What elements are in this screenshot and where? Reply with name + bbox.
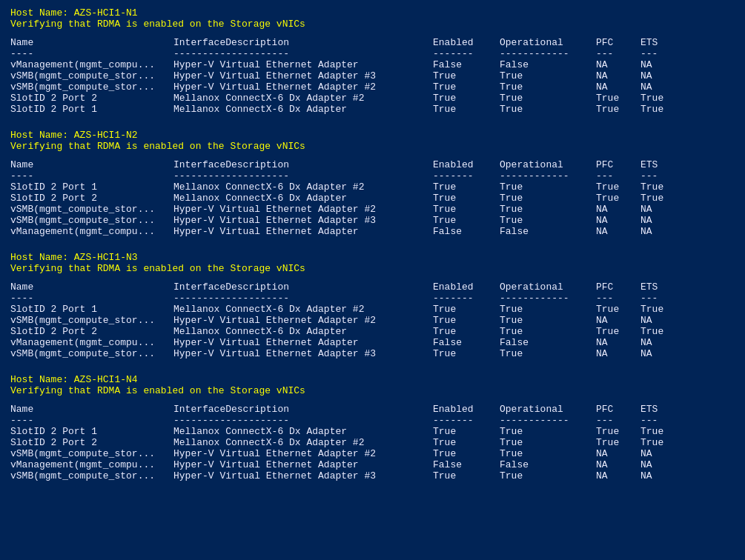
cell-1-4: Hyper-V Virtual Ethernet Adapter	[173, 226, 433, 237]
cell-5-4: NA	[640, 348, 685, 359]
table-row: SlotID 2 Port 2Mellanox ConnectX-6 Dx Ad…	[10, 93, 735, 104]
host-name-2: Host Name: AZS-HCI1-N2	[10, 130, 735, 141]
table-divider-row: ----------------------------------------…	[10, 415, 735, 426]
cell-5-0: True	[640, 181, 685, 193]
col-divider-2: -------	[433, 415, 500, 426]
col-header-pfc: PFC	[596, 159, 640, 170]
col-divider-3: ------------	[500, 293, 596, 304]
col-divider-4: ---	[596, 48, 640, 59]
col-header-name: Name	[10, 404, 173, 415]
col-header-interfacedescription: InterfaceDescription	[173, 159, 433, 170]
cell-0-3: vManagement(mgmt_compu...	[10, 337, 173, 348]
col-divider-4: ---	[596, 170, 640, 181]
cell-2-1: True	[433, 70, 500, 81]
cell-5-0: NA	[640, 59, 685, 70]
cell-1-0: Mellanox ConnectX-6 Dx Adapter #2	[173, 304, 433, 315]
cell-5-3: True	[640, 93, 685, 104]
cell-3-4: True	[500, 470, 596, 481]
col-divider-4: ---	[596, 293, 640, 304]
cell-3-0: True	[500, 304, 596, 315]
cell-2-2: True	[433, 448, 500, 459]
cell-4-3: NA	[596, 215, 640, 226]
cell-3-4: False	[500, 226, 596, 237]
cell-3-3: False	[500, 337, 596, 348]
col-header-ets: ETS	[640, 281, 685, 293]
cell-1-0: Mellanox ConnectX-6 Dx Adapter	[173, 426, 433, 437]
col-divider-2: -------	[433, 170, 500, 181]
col-header-enabled: Enabled	[433, 37, 500, 48]
cell-3-0: True	[500, 426, 596, 437]
col-divider-2: -------	[433, 48, 500, 59]
host-name-1: Host Name: AZS-HCI1-N1	[10, 7, 735, 19]
cell-3-2: True	[500, 326, 596, 337]
cell-5-4: NA	[640, 470, 685, 481]
table-divider-row: ----------------------------------------…	[10, 48, 735, 59]
table-row: vSMB(mgmt_compute_stor...Hyper-V Virtual…	[10, 81, 735, 93]
table-row: vSMB(mgmt_compute_stor...Hyper-V Virtual…	[10, 215, 735, 226]
cell-4-4: NA	[596, 348, 640, 359]
cell-5-2: True	[640, 326, 685, 337]
cell-0-2: vSMB(mgmt_compute_stor...	[10, 81, 173, 93]
cell-4-2: NA	[596, 81, 640, 93]
cell-3-3: True	[500, 93, 596, 104]
cell-4-4: NA	[596, 226, 640, 237]
col-header-name: Name	[10, 281, 173, 293]
cell-0-1: SlotID 2 Port 2	[10, 437, 173, 448]
cell-1-1: Hyper-V Virtual Ethernet Adapter #3	[173, 70, 433, 81]
cell-0-4: SlotID 2 Port 1	[10, 104, 173, 115]
cell-0-1: vSMB(mgmt_compute_stor...	[10, 315, 173, 326]
col-header-operational: Operational	[500, 37, 596, 48]
cell-3-2: True	[500, 204, 596, 215]
cell-0-0: SlotID 2 Port 1	[10, 304, 173, 315]
cell-4-4: True	[596, 104, 640, 115]
cell-4-0: True	[596, 426, 640, 437]
table-section-2: NameInterfaceDescriptionEnabledOperation…	[10, 159, 735, 237]
col-divider-0: ----	[10, 48, 173, 59]
cell-0-4: vSMB(mgmt_compute_stor...	[10, 470, 173, 481]
col-divider-1: --------------------	[173, 293, 433, 304]
cell-1-1: Mellanox ConnectX-6 Dx Adapter #2	[173, 437, 433, 448]
cell-4-3: True	[596, 93, 640, 104]
col-divider-1: --------------------	[173, 48, 433, 59]
cell-4-1: NA	[596, 315, 640, 326]
col-divider-3: ------------	[500, 170, 596, 181]
cell-2-4: True	[433, 104, 500, 115]
host-name-3: Host Name: AZS-HCI1-N3	[10, 252, 735, 263]
cell-3-0: False	[500, 59, 596, 70]
col-divider-5: ---	[640, 293, 685, 304]
cell-0-0: vManagement(mgmt_compu...	[10, 59, 173, 70]
cell-0-4: vManagement(mgmt_compu...	[10, 226, 173, 237]
col-header-operational: Operational	[500, 159, 596, 170]
cell-3-2: True	[500, 448, 596, 459]
table-header-row: NameInterfaceDescriptionEnabledOperation…	[10, 37, 735, 48]
cell-4-1: True	[596, 437, 640, 448]
col-header-name: Name	[10, 37, 173, 48]
cell-5-4: NA	[640, 226, 685, 237]
table-header-row: NameInterfaceDescriptionEnabledOperation…	[10, 281, 735, 293]
cell-1-4: Hyper-V Virtual Ethernet Adapter #3	[173, 348, 433, 359]
verify-line-4: Verifying that RDMA is enabled on the St…	[10, 385, 735, 396]
cell-1-3: Hyper-V Virtual Ethernet Adapter	[173, 459, 433, 470]
cell-1-2: Hyper-V Virtual Ethernet Adapter #2	[173, 448, 433, 459]
col-header-pfc: PFC	[596, 281, 640, 293]
col-divider-5: ---	[640, 48, 685, 59]
verify-line-1: Verifying that RDMA is enabled on the St…	[10, 19, 735, 30]
cell-3-1: True	[500, 437, 596, 448]
cell-2-2: True	[433, 204, 500, 215]
col-divider-4: ---	[596, 415, 640, 426]
cell-2-1: True	[433, 315, 500, 326]
table-row: vSMB(mgmt_compute_stor...Hyper-V Virtual…	[10, 315, 735, 326]
col-header-pfc: PFC	[596, 404, 640, 415]
cell-2-1: True	[433, 437, 500, 448]
cell-2-3: False	[433, 459, 500, 470]
table-row: SlotID 2 Port 1Mellanox ConnectX-6 Dx Ad…	[10, 104, 735, 115]
col-divider-0: ----	[10, 415, 173, 426]
cell-0-4: vSMB(mgmt_compute_stor...	[10, 348, 173, 359]
cell-4-3: NA	[596, 459, 640, 470]
cell-1-3: Hyper-V Virtual Ethernet Adapter #3	[173, 215, 433, 226]
table-row: vManagement(mgmt_compu...Hyper-V Virtual…	[10, 59, 735, 70]
cell-1-3: Mellanox ConnectX-6 Dx Adapter #2	[173, 93, 433, 104]
col-header-interfacedescription: InterfaceDescription	[173, 281, 433, 293]
cell-4-0: True	[596, 304, 640, 315]
cell-5-2: NA	[640, 81, 685, 93]
